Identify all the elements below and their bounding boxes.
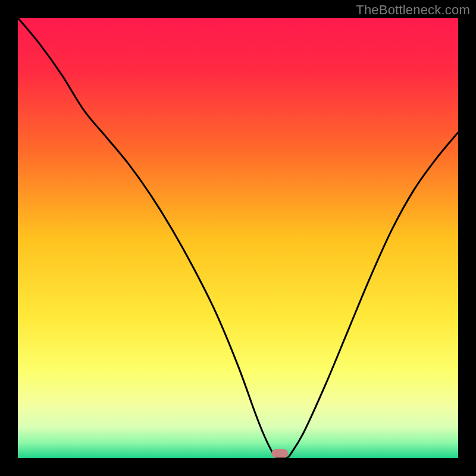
chart-frame: TheBottleneck.com [0, 0, 476, 476]
optimal-marker [271, 449, 288, 458]
watermark-text: TheBottleneck.com [356, 2, 470, 18]
plot-background [18, 18, 458, 458]
bottleneck-chart [0, 0, 476, 476]
